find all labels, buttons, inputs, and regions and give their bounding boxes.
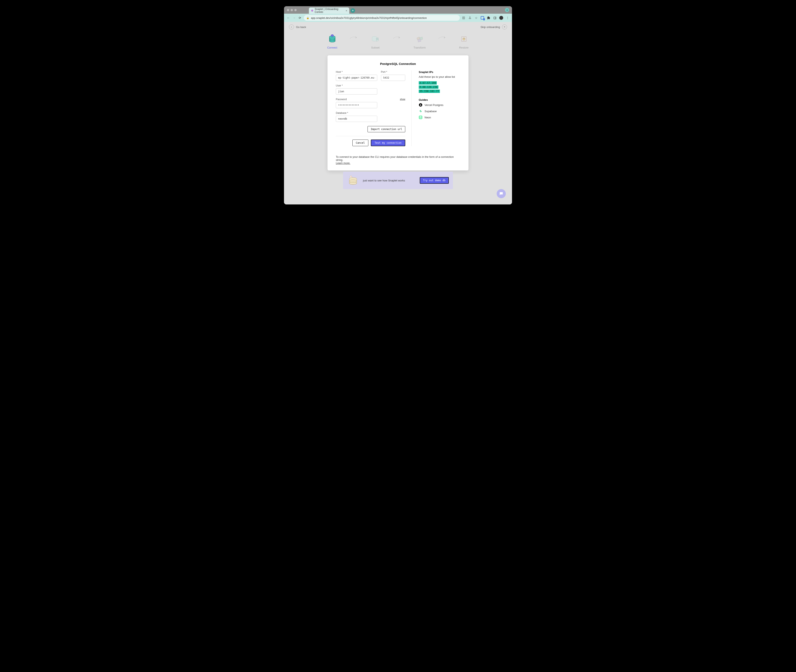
learn-more-link[interactable]: Learn more. — [336, 162, 350, 165]
lock-icon: 🔒 — [306, 17, 309, 19]
browser-tab[interactable]: Snaplet | Onboarding: Connec × — [309, 8, 349, 14]
supabase-icon — [419, 109, 422, 113]
ip-address[interactable]: 3.67.57.100 — [419, 81, 437, 85]
star-icon[interactable]: ☆ — [474, 16, 478, 20]
step-connect[interactable]: Connect — [327, 34, 337, 49]
panel-icon[interactable] — [493, 16, 497, 20]
guide-neon[interactable]: Neon — [419, 115, 460, 119]
step-transform[interactable]: Transform — [414, 34, 426, 49]
toolbar-right: ⚿ ☆ 2 ⋮ — [462, 16, 510, 20]
port-field: Port * — [381, 70, 405, 81]
guide-label: Supabase — [425, 110, 437, 113]
host-input[interactable] — [336, 75, 377, 81]
cancel-button[interactable]: Cancel — [352, 139, 368, 146]
step-arrow-icon — [438, 32, 446, 42]
password-show-toggle[interactable]: show — [400, 98, 405, 101]
database-field: Database * — [336, 112, 405, 122]
transform-icon — [415, 34, 425, 44]
svg-rect-3 — [494, 17, 496, 19]
svg-point-1 — [312, 10, 312, 11]
host-field: Host * — [336, 70, 377, 81]
step-arrow-icon — [350, 32, 358, 42]
skip-onboarding-button[interactable]: Skip onboarding × — [481, 24, 507, 29]
svg-point-0 — [311, 10, 313, 11]
port-label: Port * — [381, 70, 405, 74]
password-field: Password show — [336, 98, 405, 108]
ip-address[interactable]: 35.158.181.77 — [419, 90, 440, 93]
footnote-text: To connect to your database the CLI requ… — [336, 155, 454, 162]
minimize-window-icon[interactable] — [291, 9, 293, 11]
step-arrow-icon — [393, 32, 401, 42]
user-input[interactable] — [336, 88, 377, 94]
demo-text: just want to see how Snaplet works — [363, 179, 416, 182]
host-label: Host * — [336, 70, 377, 74]
go-back-button[interactable]: ‹ Go back — [289, 24, 306, 29]
database-input[interactable] — [336, 116, 377, 122]
extension-icon[interactable]: 2 — [481, 16, 484, 20]
guide-vercel[interactable]: Vercel Postgres — [419, 103, 460, 107]
traffic-lights — [287, 9, 297, 11]
reload-button[interactable]: ⟳ — [298, 16, 302, 20]
guide-label: Vercel Postgres — [425, 104, 443, 107]
browser-toolbar: ← → ⟳ 🔒 app.snaplet.dev/o/cln8xa3v7031gl… — [284, 14, 512, 22]
maximize-window-icon[interactable] — [294, 9, 297, 11]
step-subset-label: Subset — [371, 46, 380, 49]
page-header: ‹ Go back Skip onboarding × — [284, 22, 512, 32]
database-label: Database * — [336, 112, 405, 114]
modal-title: PostgreSQL Connection — [336, 62, 460, 66]
guide-supabase[interactable]: Supabase — [419, 109, 460, 113]
connect-icon — [327, 34, 337, 44]
step-connect-label: Connect — [327, 46, 337, 49]
url-text: app.snaplet.dev/o/cln8xa3v7031glyiry48nb… — [311, 16, 457, 19]
ips-title: Snaplet IPs — [419, 70, 460, 74]
demo-db-icon — [347, 174, 359, 186]
extension-badge: 2 — [483, 18, 485, 20]
form-column: Host * Port * User * — [336, 70, 412, 146]
forward-button[interactable]: → — [292, 16, 296, 20]
ips-subtitle: Add these ips to your allow list — [419, 75, 460, 78]
vercel-icon — [419, 103, 422, 107]
back-button[interactable]: ← — [286, 16, 290, 20]
connection-modal: PostgreSQL Connection Host * Port * — [328, 55, 468, 170]
step-transform-label: Transform — [414, 46, 426, 49]
profile-avatar[interactable] — [499, 16, 503, 20]
skip-label: Skip onboarding — [481, 26, 500, 29]
svg-point-2 — [312, 10, 313, 11]
go-back-label: Go back — [296, 26, 306, 29]
user-label: User * — [336, 84, 405, 87]
tab-bar: Snaplet | Onboarding: Connec × + — [309, 8, 355, 14]
close-icon: × — [502, 24, 507, 29]
footnote: To connect to your database the CLI requ… — [336, 155, 460, 165]
key-icon[interactable]: ⚿ — [462, 16, 465, 20]
test-connection-button[interactable]: Test my connection — [371, 139, 405, 146]
favicon-icon — [311, 9, 313, 12]
svg-point-12 — [463, 38, 464, 39]
menu-icon[interactable]: ⋮ — [506, 16, 510, 20]
demo-banner: just want to see how Snaplet works Try o… — [343, 172, 453, 189]
step-restore[interactable]: Restore — [459, 34, 469, 49]
tabs-dropdown-icon[interactable]: ▾ — [505, 8, 509, 12]
step-restore-label: Restore — [459, 46, 469, 49]
address-bar[interactable]: 🔒 app.snaplet.dev/o/cln8xa3v7031glyiry48… — [304, 15, 460, 21]
port-input[interactable] — [381, 75, 405, 81]
svg-point-11 — [462, 38, 465, 40]
extensions-puzzle-icon[interactable] — [487, 16, 491, 20]
close-window-icon[interactable] — [287, 9, 289, 11]
tab-close-icon[interactable]: × — [345, 9, 347, 12]
import-connection-button[interactable]: Import connection url — [368, 126, 405, 132]
chat-widget-button[interactable] — [497, 189, 506, 198]
new-tab-button[interactable]: + — [350, 8, 355, 13]
svg-rect-15 — [419, 116, 422, 119]
guide-label: Neon — [425, 116, 431, 119]
password-label: Password — [336, 98, 347, 101]
user-field: User * — [336, 84, 405, 94]
browser-window: Snaplet | Onboarding: Connec × + ▾ ← → ⟳… — [284, 6, 512, 205]
neon-icon — [419, 115, 422, 119]
try-demo-button[interactable]: Try out demo db — [420, 177, 449, 184]
share-icon[interactable] — [468, 16, 472, 20]
password-input[interactable] — [336, 102, 377, 108]
ip-address[interactable]: 3.68.126.236 — [419, 85, 438, 89]
subset-icon — [371, 34, 380, 44]
step-subset[interactable]: Subset — [371, 34, 380, 49]
restore-icon — [459, 34, 469, 44]
